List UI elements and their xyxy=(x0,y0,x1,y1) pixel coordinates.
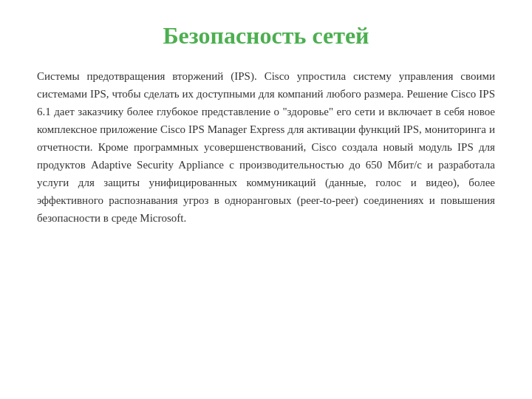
page-container: Безопасность сетей Системы предотвращени… xyxy=(0,0,532,399)
page-title: Безопасность сетей xyxy=(163,22,369,50)
page-body-text: Системы предотвращения вторжений (IPS). … xyxy=(37,67,495,227)
